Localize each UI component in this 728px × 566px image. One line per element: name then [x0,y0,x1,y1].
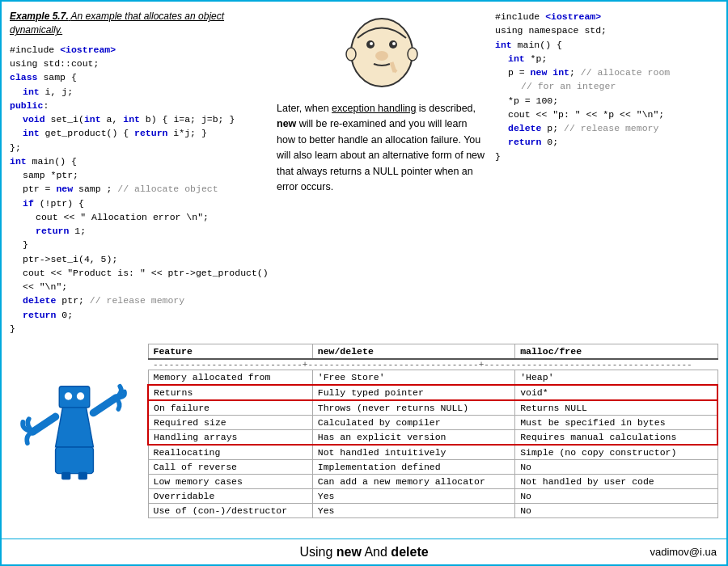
face-illustration [341,14,422,95]
svg-marker-11 [56,405,94,447]
feature-cell: Overridable [148,489,312,504]
table-row-highlighted: On failure Throws (never returns NULL) R… [148,400,717,416]
right-code-panel: #include <iostream> using namespace std;… [495,10,718,336]
malloc-cell: Must be specified in bytes [515,416,717,430]
feature-cell: Reallocating [148,445,312,460]
feature-cell: Returns [148,385,312,400]
col-new-header: new/delete [312,344,514,360]
table-area: Feature new/delete malloc/free ---------… [147,344,718,518]
feature-cell: On failure [148,400,312,416]
svg-line-15 [32,416,55,432]
new-cell: Fully typed pointer [312,385,514,400]
svg-point-3 [370,42,373,45]
svg-rect-18 [78,472,87,479]
table-row-highlighted: Required size Calculated by compiler Mus… [148,416,717,430]
new-cell: Can add a new memory allocator [312,475,514,489]
svg-point-7 [408,48,417,61]
malloc-cell: No [515,504,717,518]
malloc-cell: No [515,460,717,475]
malloc-cell: Simple (no copy constructor) [515,445,717,460]
footer-title: Using new And delete [299,545,428,560]
malloc-cell: No [515,489,717,504]
table-row: Overridable Yes No [148,489,717,504]
svg-rect-12 [59,386,90,408]
new-cell: Has an explicit version [312,430,514,446]
center-panel: Later, when exception handling is descri… [277,10,487,336]
left-code-block: #include <iostream> using std::cout; cla… [10,43,269,336]
top-section: Example 5.7. An example that allocates a… [2,2,726,340]
table-row-highlighted: Returns Fully typed pointer void* [148,385,717,400]
svg-point-4 [392,42,396,45]
svg-line-16 [93,398,116,413]
footer-bold-delete: delete [391,545,428,559]
table-row: Call of reverse Implementation defined N… [148,460,717,475]
table-row: Reallocating Not handled intuitively Sim… [148,445,717,460]
feature-cell: Memory allocated from [148,370,312,386]
dashes: ----------------------------+-----------… [148,359,717,370]
col-malloc-header: malloc/free [515,344,717,360]
table-row: Memory allocated from 'Free Store' 'Heap… [148,370,717,386]
feature-cell: Handling arrays [148,430,312,446]
comparison-table: Feature new/delete malloc/free ---------… [147,344,718,518]
table-header-row: Feature new/delete malloc/free [148,344,717,360]
svg-rect-17 [61,472,70,479]
svg-point-5 [375,51,388,61]
malloc-cell: Not handled by user code [515,475,717,489]
svg-rect-10 [56,447,94,474]
svg-point-6 [346,48,356,61]
example-number: Example 5.7. [10,11,69,22]
new-cell: Yes [312,504,514,518]
table-row: Low memory cases Can add a new memory al… [148,475,717,489]
table-dashed-row: ----------------------------+-----------… [148,359,717,370]
right-code-block: #include <iostream> using namespace std;… [495,10,718,163]
feature-cell: Low memory cases [148,475,312,489]
robot-arm-icon [18,360,131,481]
svg-point-13 [65,392,72,399]
robot-icon-area [10,344,139,481]
malloc-cell: 'Heap' [515,370,717,386]
footer: Using new And delete vadimov@i.ua [2,539,726,564]
malloc-cell: void* [515,385,717,400]
bottom-section: Feature new/delete malloc/free ---------… [2,340,726,539]
col-feature-header: Feature [148,344,312,360]
footer-email: vadimov@i.ua [650,546,717,558]
malloc-cell: Returns NULL [515,400,717,416]
feature-cell: Required size [148,416,312,430]
new-cell: Not handled intuitively [312,445,514,460]
svg-line-9 [393,69,396,72]
main-content: Example 5.7. An example that allocates a… [2,2,726,564]
feature-cell: Use of (con-)/destructor [148,504,312,518]
example-title: Example 5.7. An example that allocates a… [10,10,269,38]
feature-cell: Call of reverse [148,460,312,475]
description-text: Later, when exception handling is descri… [277,101,487,195]
left-code-panel: Example 5.7. An example that allocates a… [10,10,269,336]
new-cell: Implementation defined [312,460,514,475]
malloc-cell: Requires manual calculations [515,430,717,446]
table-row: Use of (con-)/destructor Yes No [148,504,717,518]
new-cell: Yes [312,489,514,504]
table-row-highlighted: Handling arrays Has an explicit version … [148,430,717,446]
new-cell: 'Free Store' [312,370,514,386]
footer-bold-new: new [336,545,362,559]
svg-point-14 [77,392,84,399]
new-cell: Throws (never returns NULL) [312,400,514,416]
new-cell: Calculated by compiler [312,416,514,430]
